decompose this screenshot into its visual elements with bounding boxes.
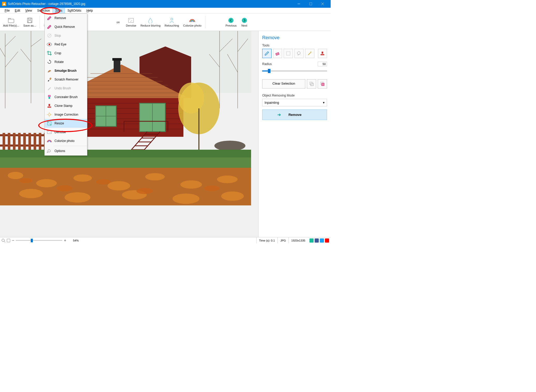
svg-point-97 <box>204 186 220 191</box>
remove-button[interactable]: ➔Remove <box>262 109 327 120</box>
radius-slider[interactable] <box>262 70 327 71</box>
lasso-tool[interactable] <box>294 49 304 58</box>
dd-undo-brush[interactable]: Undo Brush <box>45 84 87 93</box>
copy-selection-button[interactable] <box>307 79 316 89</box>
canvas-area[interactable] <box>0 31 258 237</box>
svg-point-96 <box>136 188 153 194</box>
pencil-tool[interactable] <box>262 49 271 58</box>
pencil-icon <box>46 24 52 29</box>
svg-line-19 <box>48 34 51 37</box>
dd-label: Red Eye <box>55 43 66 46</box>
dd-label: Scratch Remover <box>55 78 79 81</box>
status-format: JPG <box>277 237 288 243</box>
zoom-fit-icon[interactable] <box>2 239 5 242</box>
dd-quick-remove[interactable]: Quick Remove <box>45 22 87 31</box>
denoise-button[interactable]: Denoise <box>124 17 138 28</box>
remove-label: Remove <box>289 113 302 117</box>
dd-options[interactable]: Options <box>45 147 87 155</box>
zoom-out-button[interactable]: − <box>12 238 14 243</box>
crop-icon <box>46 51 52 56</box>
clear-selection-button[interactable]: Clear Selection <box>262 79 305 89</box>
rainbow-icon <box>46 138 52 143</box>
toolbar-separator <box>205 16 205 28</box>
stamp-tool[interactable] <box>318 49 327 58</box>
radius-label: Radius <box>262 62 272 66</box>
menu-view[interactable]: View <box>23 8 35 13</box>
youtube-icon[interactable] <box>325 238 329 243</box>
dropdown-separator <box>53 146 87 146</box>
svg-rect-44 <box>114 59 120 72</box>
radius-input[interactable]: 50 <box>318 62 327 66</box>
reduce-blurring-label: Reduce blurring <box>141 24 161 27</box>
zoom-in-button[interactable]: + <box>64 238 66 243</box>
next-label: Next <box>241 24 247 27</box>
menu-help[interactable]: Help <box>84 8 96 13</box>
tool-grid <box>262 49 327 58</box>
wand-tool[interactable] <box>305 49 314 58</box>
dd-smudge-brush[interactable]: Smudge Brush <box>45 66 87 75</box>
dd-label: Image Correction <box>55 113 78 116</box>
menu-softorbits[interactable]: SoftOrbits <box>65 8 84 13</box>
svg-point-109 <box>2 239 4 242</box>
info-icon[interactable] <box>309 238 314 243</box>
svg-point-91 <box>173 194 199 204</box>
dd-colorize[interactable]: Colorize photo <box>45 137 87 145</box>
add-files-label: Add File(s)... <box>3 24 19 27</box>
mode-select[interactable]: Inpainting▾ <box>262 99 327 106</box>
eraser-tool[interactable] <box>273 49 282 58</box>
brush-icon <box>46 77 52 82</box>
colorize-button[interactable]: Colorize photo <box>182 17 203 28</box>
svg-point-13 <box>131 20 132 21</box>
dd-stop[interactable]: Stop <box>45 31 87 40</box>
previous-button[interactable]: Previous <box>224 17 238 28</box>
save-icon <box>27 17 33 23</box>
dd-label: Clone Stamp <box>55 104 72 108</box>
wrench-icon <box>46 148 52 154</box>
svg-rect-104 <box>321 54 324 55</box>
denoise-icon <box>46 130 52 135</box>
paste-selection-button[interactable] <box>318 79 327 89</box>
svg-point-34 <box>48 131 49 132</box>
window-title: SoftOrbits Photo Retoucher - cottage-297… <box>8 2 293 6</box>
dd-image-correction[interactable]: Image Correction <box>45 110 87 119</box>
dd-remove[interactable]: Remove <box>45 14 87 22</box>
menu-tools[interactable]: Tools <box>52 8 65 13</box>
dd-denoise[interactable]: Denoise <box>45 128 87 137</box>
reduce-blurring-button[interactable]: Reduce blurring <box>139 17 162 28</box>
next-button[interactable]: Next <box>239 17 250 28</box>
dd-label: Crop <box>55 51 61 55</box>
menu-file[interactable]: File <box>2 8 12 13</box>
dd-rotate[interactable]: Rotate <box>45 58 87 66</box>
dd-red-eye[interactable]: Red Eye <box>45 40 87 49</box>
zoom-slider[interactable] <box>16 240 62 241</box>
close-button[interactable] <box>317 0 329 8</box>
svg-rect-7 <box>28 18 31 20</box>
zoom-actual-icon[interactable] <box>7 239 10 242</box>
dd-resize[interactable]: Resize <box>45 119 87 128</box>
maximize-button[interactable] <box>305 0 317 8</box>
minimize-button[interactable] <box>293 0 305 8</box>
svg-rect-11 <box>128 18 134 22</box>
marquee-tool[interactable] <box>284 49 293 58</box>
dd-label: Undo Brush <box>55 86 71 90</box>
retouching-button[interactable]: Retouching <box>163 17 181 28</box>
dd-scratch-remover[interactable]: Scratch Remover <box>45 75 87 84</box>
folder-icon <box>8 17 14 23</box>
svg-point-81 <box>8 172 23 179</box>
menu-edit[interactable]: Edit <box>12 8 23 13</box>
dd-label: Concealer Brush <box>55 95 77 99</box>
add-files-button[interactable]: Add File(s)... <box>2 17 21 28</box>
rainbow-icon <box>189 17 195 23</box>
svg-rect-111 <box>7 239 10 242</box>
dd-concealer-brush[interactable]: Concealer Brush <box>45 93 87 101</box>
menu-selection[interactable]: Selection <box>35 8 52 13</box>
dd-clone-stamp[interactable]: Clone Stamp <box>45 101 87 110</box>
partial-on-button[interactable]: on <box>113 20 123 24</box>
twitter-icon[interactable] <box>320 238 324 243</box>
dd-crop[interactable]: Crop <box>45 49 87 58</box>
svg-point-94 <box>57 185 72 191</box>
facebook-icon[interactable] <box>315 238 319 243</box>
svg-rect-108 <box>322 83 324 86</box>
colorize-label: Colorize photo <box>183 24 201 27</box>
save-as-button[interactable]: Save as... <box>22 17 37 28</box>
